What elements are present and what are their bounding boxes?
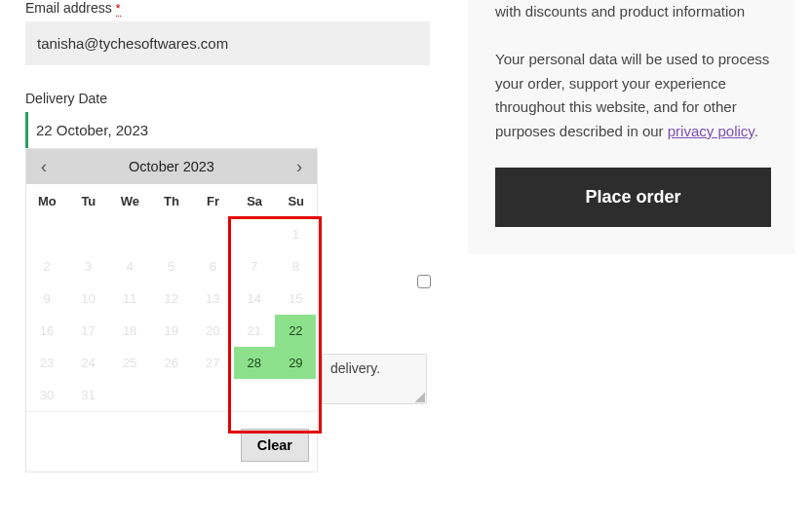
- delivery-date-field[interactable]: 22 October, 2023: [25, 112, 430, 148]
- calendar-day-14: 14: [234, 283, 275, 315]
- calendar-dow-we: We: [109, 184, 151, 218]
- calendar-day-11: 11: [109, 283, 150, 315]
- calendar-day-5: 5: [151, 250, 192, 283]
- place-order-button[interactable]: Place order: [495, 168, 771, 227]
- calendar-dow-th: Th: [151, 184, 193, 218]
- order-summary-sidebar: with discounts and product information Y…: [468, 0, 794, 254]
- required-asterisk-icon: *: [116, 1, 121, 17]
- calendar-divider: [26, 411, 317, 429]
- calendar-day-28[interactable]: 28: [234, 347, 275, 379]
- calendar-dow-su: Su: [275, 184, 317, 218]
- calendar-day-24: 24: [68, 347, 109, 379]
- chevron-right-icon: ›: [296, 157, 302, 177]
- sidebar-privacy-line: Your personal data will be used to proce…: [495, 48, 771, 144]
- calendar-day-1: 1: [275, 218, 316, 250]
- calendar-day-29[interactable]: 29: [275, 347, 316, 379]
- calendar-day-20: 20: [192, 315, 233, 347]
- calendar-day-23: 23: [26, 347, 67, 379]
- calendar-day-2: 2: [26, 250, 67, 283]
- calendar-day-4: 4: [109, 250, 150, 283]
- delivery-date-value: 22 October, 2023: [36, 122, 148, 138]
- calendar-day-9: 9: [26, 283, 67, 315]
- email-label-text: Email address: [25, 0, 112, 16]
- chevron-left-icon: ‹: [41, 157, 47, 177]
- calendar-day-21: 21: [234, 315, 275, 347]
- calendar-day-26: 26: [151, 347, 192, 379]
- resize-handle-icon[interactable]: [415, 393, 425, 402]
- calendar-day-30: 30: [26, 379, 67, 411]
- email-label: Email address *: [25, 0, 435, 16]
- prev-month-button[interactable]: ‹: [32, 155, 56, 178]
- calendar-day-27: 27: [192, 347, 233, 379]
- delivery-hint-text: delivery.: [330, 360, 380, 376]
- calendar-header: ‹ October 2023 ›: [26, 149, 317, 184]
- calendar-dow-sa: Sa: [234, 184, 276, 218]
- calendar-day-7: 7: [234, 250, 275, 283]
- privacy-suffix: .: [754, 123, 758, 139]
- calendar-dow-fr: Fr: [192, 184, 234, 218]
- calendar-day-10: 10: [68, 283, 109, 315]
- calendar-day-19: 19: [151, 315, 192, 347]
- email-field[interactable]: [25, 21, 430, 65]
- sidebar-line-1: with discounts and product information: [495, 0, 771, 24]
- delivery-date-label: Delivery Date: [25, 91, 435, 106]
- calendar-day-13: 13: [192, 283, 233, 315]
- calendar-day-8: 8: [275, 250, 316, 283]
- datepicker: ‹ October 2023 › MoTuWeThFrSaSu 12345678…: [25, 148, 318, 472]
- clear-button[interactable]: Clear: [241, 429, 309, 462]
- privacy-policy-link[interactable]: privacy policy: [668, 123, 754, 139]
- calendar-day-17: 17: [68, 315, 109, 347]
- calendar-day-15: 15: [275, 283, 316, 315]
- next-month-button[interactable]: ›: [288, 155, 311, 178]
- calendar-day-6: 6: [192, 250, 233, 283]
- delivery-hint-box[interactable]: delivery.: [322, 354, 427, 404]
- calendar-day-16: 16: [26, 315, 67, 347]
- lone-checkbox[interactable]: [417, 275, 431, 288]
- calendar-dow-tu: Tu: [68, 184, 110, 218]
- calendar-grid: MoTuWeThFrSaSu 1234567891011121314151617…: [26, 184, 317, 411]
- calendar-day-18: 18: [109, 315, 150, 347]
- calendar-day-3: 3: [68, 250, 109, 283]
- calendar-day-12: 12: [151, 283, 192, 315]
- calendar-day-31: 31: [68, 379, 109, 411]
- calendar-day-25: 25: [109, 347, 150, 379]
- calendar-title: October 2023: [129, 159, 214, 174]
- calendar-day-22[interactable]: 22: [275, 315, 316, 347]
- calendar-dow-mo: Mo: [26, 184, 68, 218]
